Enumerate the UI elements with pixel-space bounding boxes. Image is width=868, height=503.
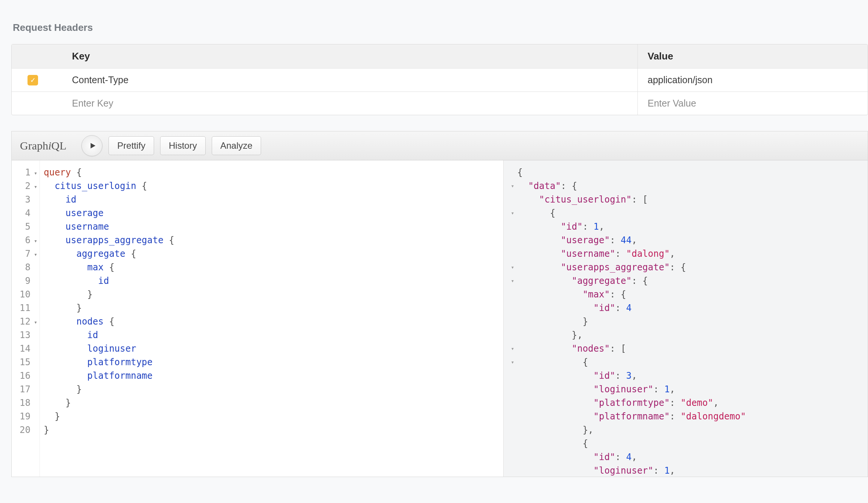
- header-value-input[interactable]: [648, 98, 858, 109]
- header-key-cell[interactable]: Content-Type: [64, 69, 638, 91]
- graphiql-toolbar: GraphiQL Prettify History Analyze: [12, 131, 868, 160]
- query-editor[interactable]: 1234567891011121314151617181920 query { …: [12, 160, 504, 477]
- history-button[interactable]: History: [160, 136, 206, 155]
- table-header-row: Key Value: [12, 44, 868, 69]
- checkbox-icon[interactable]: ✓: [28, 75, 38, 85]
- column-header-value: Value: [638, 44, 868, 68]
- analyze-button[interactable]: Analyze: [212, 136, 261, 155]
- graphiql-panel: GraphiQL Prettify History Analyze 123456…: [11, 131, 868, 477]
- table-row: ✓ Content-Type application/json: [12, 69, 868, 92]
- graphiql-logo: GraphiQL: [20, 139, 66, 152]
- section-title: Request Headers: [13, 22, 868, 34]
- play-icon: [89, 142, 97, 150]
- request-headers-table: Key Value ✓ Content-Type application/jso…: [11, 44, 868, 115]
- execute-button[interactable]: [81, 135, 102, 156]
- result-viewer: ▾▾▾▾▾▾ { "data": { "citus_userlogin": [ …: [504, 160, 868, 477]
- header-key-input[interactable]: [72, 98, 630, 109]
- header-value-cell[interactable]: application/json: [638, 69, 868, 91]
- column-header-key: Key: [64, 44, 638, 68]
- table-row-new: [12, 92, 868, 115]
- prettify-button[interactable]: Prettify: [108, 136, 154, 155]
